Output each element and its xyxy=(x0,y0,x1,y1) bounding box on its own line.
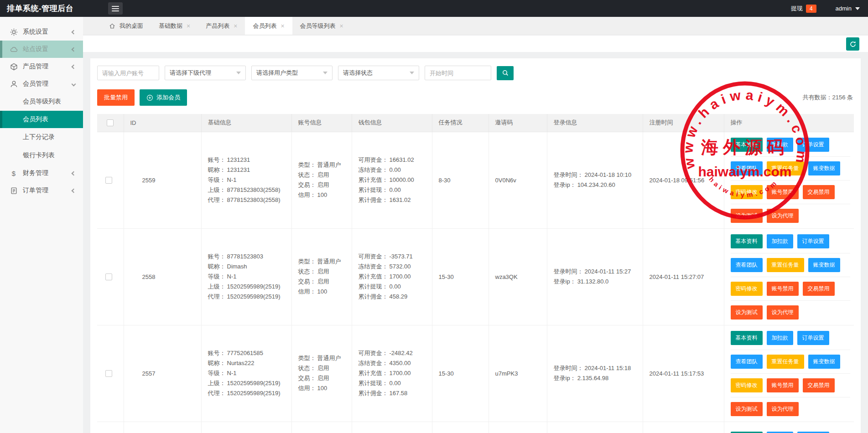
action-button-view-team[interactable]: 查看团队 xyxy=(731,161,763,175)
tab-product-list[interactable]: 产品列表 × xyxy=(198,17,245,35)
row-checkbox[interactable] xyxy=(105,273,112,280)
sidebar-subitem-bank-card-list[interactable]: 银行卡列表 xyxy=(0,146,83,165)
cell-id xyxy=(124,422,201,433)
action-button-basic-info[interactable]: 基本资料 xyxy=(731,234,763,248)
chevron-down-icon xyxy=(323,72,327,74)
toolbar-row: 批量禁用 添加会员 共有数据：2156 条 xyxy=(97,89,854,106)
status-select[interactable]: 请选择状态 xyxy=(338,66,419,80)
sidebar-subitem-updown-records[interactable]: 上下分记录 xyxy=(0,128,83,146)
field-value: 1700.00 xyxy=(390,273,411,280)
start-time-input[interactable] xyxy=(425,66,491,80)
action-line: 密码修改账号禁用交易禁用 xyxy=(731,374,851,397)
action-button-reset-tasks[interactable]: 重置任务量 xyxy=(767,161,804,175)
action-button-disable-account[interactable]: 账号禁用 xyxy=(767,378,799,392)
field-value: 87781523803(2558) xyxy=(227,186,281,193)
action-button-balance-log[interactable]: 账变数据 xyxy=(808,258,840,272)
action-button-view-team[interactable]: 查看团队 xyxy=(731,355,763,369)
action-button-disable-trade[interactable]: 交易禁用 xyxy=(803,378,835,392)
field-line: 类型：普通用户 xyxy=(298,353,349,363)
action-button-reset-tasks[interactable]: 重置任务量 xyxy=(767,258,804,272)
sidebar-item-member-manage[interactable]: 会员管理 xyxy=(0,75,83,93)
action-button-set-test[interactable]: 设为测试 xyxy=(731,305,763,320)
action-button-balance-log[interactable]: 账变数据 xyxy=(808,355,840,369)
batch-disable-button[interactable]: 批量禁用 xyxy=(97,89,135,106)
action-button-order-settings[interactable]: 订单设置 xyxy=(797,234,829,248)
action-button-set-agent[interactable]: 设为代理 xyxy=(767,402,799,416)
action-line: 基本资料加扣款订单设置 xyxy=(731,427,851,433)
user-type-select[interactable]: 请选择用户类型 xyxy=(251,66,333,80)
tab-desktop[interactable]: 我的桌面 xyxy=(101,17,151,35)
withdraw-link[interactable]: 提现 4 xyxy=(791,5,816,13)
sidebar-item-order-manage[interactable]: 订单管理 xyxy=(0,182,83,199)
refresh-button[interactable] xyxy=(846,37,859,51)
field-line: 可用资金：-3573.71 xyxy=(359,252,429,262)
tab-base-data[interactable]: 基础数据 × xyxy=(151,17,198,35)
action-button-change-password[interactable]: 密码修改 xyxy=(731,282,763,296)
sidebar-subitem-member-list[interactable]: 会员列表 xyxy=(0,111,83,128)
tab-label: 我的桌面 xyxy=(120,22,143,30)
action-button-disable-trade[interactable]: 交易禁用 xyxy=(803,282,835,296)
action-button-basic-info[interactable]: 基本资料 xyxy=(731,331,763,345)
close-icon[interactable]: × xyxy=(340,22,343,30)
tab-member-list[interactable]: 会员列表 × xyxy=(245,17,292,35)
action-button-balance-log[interactable]: 账变数据 xyxy=(808,161,840,175)
tab-member-level-list[interactable]: 会员等级列表 × xyxy=(292,17,351,35)
field-label: 可用资金： xyxy=(359,156,388,163)
sidebar-subitem-member-level-list[interactable]: 会员等级列表 xyxy=(0,93,83,111)
action-button-change-password[interactable]: 密码修改 xyxy=(731,185,763,199)
chevron-down-icon xyxy=(72,82,76,86)
account-search-input[interactable] xyxy=(97,66,159,80)
sidebar-subitem-label: 上下分记录 xyxy=(23,133,55,141)
action-button-order-settings[interactable]: 订单设置 xyxy=(797,432,829,433)
action-button-change-password[interactable]: 密码修改 xyxy=(731,378,763,392)
close-icon[interactable]: × xyxy=(281,22,284,30)
action-button-order-settings[interactable]: 订单设置 xyxy=(797,331,829,345)
field-value: 15202595989(2519) xyxy=(227,380,281,387)
action-button-set-test[interactable]: 设为测试 xyxy=(731,402,763,416)
field-line: 登录时间：2024-01-11 15:27 xyxy=(554,267,640,277)
field-label: 类型： xyxy=(298,355,316,361)
action-button-set-agent[interactable]: 设为代理 xyxy=(767,305,799,320)
sidebar-item-product-manage[interactable]: 产品管理 xyxy=(0,58,83,75)
agent-select[interactable]: 请选择下级代理 xyxy=(165,66,246,80)
action-button-basic-info[interactable]: 基本资料 xyxy=(731,138,763,152)
column-header-wallet-info: 钱包信息 xyxy=(352,114,432,132)
cell-id: 2559 xyxy=(124,132,201,228)
field-value: 15202595989(2519) xyxy=(227,390,281,397)
close-icon[interactable]: × xyxy=(187,22,190,30)
field-line: 昵称：Dimash xyxy=(208,262,289,272)
action-button-disable-account[interactable]: 账号禁用 xyxy=(767,185,799,199)
action-button-add-deduct[interactable]: 加扣款 xyxy=(767,234,793,248)
action-button-add-deduct[interactable]: 加扣款 xyxy=(767,432,793,433)
sidebar-item-site-settings[interactable]: 站点设置 xyxy=(0,41,83,58)
row-checkbox[interactable] xyxy=(105,177,112,184)
action-button-view-team[interactable]: 查看团队 xyxy=(731,258,763,272)
sidebar-item-system-settings[interactable]: 系统设置 xyxy=(0,23,83,41)
cell-actions: 基本资料加扣款订单设置查看团队重置任务量账变数据密码修改账号禁用交易禁用设为测试… xyxy=(724,325,854,422)
id-value: 2557 xyxy=(130,370,156,377)
action-button-basic-info[interactable]: 基本资料 xyxy=(731,432,763,433)
field-value: 77752061585 xyxy=(227,350,264,356)
sidebar-item-finance-manage[interactable]: $ 财务管理 xyxy=(0,165,83,182)
field-value: 5732.00 xyxy=(390,263,411,270)
field-value: 0.00 xyxy=(390,166,401,173)
action-button-reset-tasks[interactable]: 重置任务量 xyxy=(767,355,804,369)
action-button-set-agent[interactable]: 设为代理 xyxy=(767,209,799,223)
action-button-disable-trade[interactable]: 交易禁用 xyxy=(803,185,835,199)
menu-toggle-button[interactable] xyxy=(108,2,123,15)
add-member-button[interactable]: 添加会员 xyxy=(140,89,187,106)
cell-account-info: 类型：普通用户状态：启用交易：启用信用：100 xyxy=(291,325,352,422)
action-button-add-deduct[interactable]: 加扣款 xyxy=(767,331,793,345)
action-button-add-deduct[interactable]: 加扣款 xyxy=(767,138,793,152)
action-button-order-settings[interactable]: 订单设置 xyxy=(797,138,829,152)
select-all-checkbox[interactable] xyxy=(107,119,114,126)
search-button[interactable] xyxy=(497,66,514,80)
cell-basic-info xyxy=(201,422,291,433)
close-icon[interactable]: × xyxy=(234,22,237,30)
action-button-set-test[interactable]: 设为测试 xyxy=(731,209,763,223)
row-checkbox[interactable] xyxy=(105,370,112,377)
column-header-id: ID xyxy=(124,114,201,132)
user-menu[interactable]: admin xyxy=(836,5,860,12)
action-button-disable-account[interactable]: 账号禁用 xyxy=(767,282,799,296)
field-label: 可用资金： xyxy=(359,253,388,260)
